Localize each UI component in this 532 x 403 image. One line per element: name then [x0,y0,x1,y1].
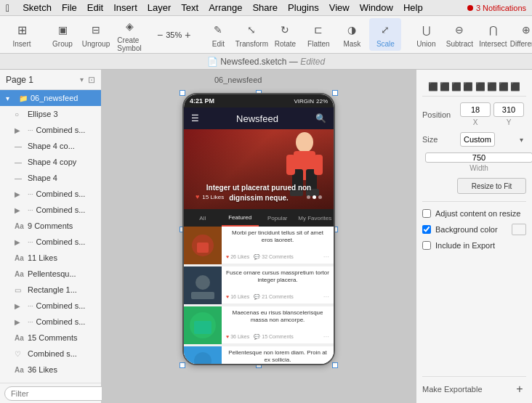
distribute-h-icon[interactable]: ⬛ [499,80,509,93]
page-dropdown-icon[interactable]: ▾ [80,76,84,84]
add-exportable-button[interactable]: + [513,383,526,396]
create-symbol-label: Create Symbol [117,36,141,52]
ungroup-button[interactable]: Ungroup [80,18,112,51]
layer-item[interactable]: — Shape 4 copy [0,154,101,170]
layer-item[interactable]: ▶ ··· Combined s... [0,122,101,138]
subtract-button[interactable]: Subtract [443,18,475,51]
phone-tab-popular[interactable]: Popular [259,209,297,227]
layer-item[interactable]: ▾ 📁 06_newsfeed [0,90,101,106]
notifications-area[interactable]: 3 Notifications [467,4,526,12]
rect-icon: ▭ [15,286,25,294]
layer-item[interactable]: Aa 11 Likes [0,250,101,266]
feed-more-icon[interactable]: ··· [323,253,329,261]
bg-color-checkbox[interactable] [422,225,431,234]
resize-to-fit-button[interactable]: Resize to Fit [457,178,526,194]
feed-likes: ♥ 26 Likes [226,254,249,259]
menu-view[interactable]: View [329,2,350,13]
include-export-label: Include in Export [435,241,495,250]
layer-item[interactable]: Aa 36 Likes [0,362,101,378]
menu-arrange[interactable]: Arrange [209,2,242,13]
edit-button[interactable]: Edit [202,18,234,51]
apple-menu-icon[interactable]:  [6,2,9,14]
combined-dots: ··· [28,318,33,325]
phone-tab-all[interactable]: All [184,209,222,227]
layer-item[interactable]: Aa 15 Comments [0,330,101,346]
phone-tab-favorites[interactable]: My Favorites [297,209,334,227]
menu-insert[interactable]: Insert [113,2,137,13]
canvas-area[interactable]: 06_newsfeed 4:21 PM VIRGIN 22% [102,70,416,403]
page-selector[interactable]: Page 1 [6,75,80,85]
layer-item[interactable]: Aa Maecenas e... [0,378,101,383]
layer-item[interactable]: — Shape 4 co... [0,138,101,154]
insert-button[interactable]: Insert [6,18,38,51]
layer-item[interactable]: ▶ ··· Combined s... [0,234,101,250]
position-label: Position [422,110,457,119]
distribute-v-icon[interactable]: ⬛ [510,80,520,93]
layer-item[interactable]: ○ Ellipse 3 [0,106,101,122]
layer-item[interactable]: ▶ ··· Combined s... [0,298,101,314]
scale-label: Scale [376,40,395,48]
menu-help[interactable]: Help [403,2,423,13]
align-left-icon[interactable]: ⬛ [428,80,438,93]
search-input[interactable] [4,386,118,401]
size-preset-wrapper[interactable]: Custom [460,132,526,147]
layer-item[interactable]: ▶ ··· Combined s... [0,186,101,202]
selection-handle-br[interactable] [332,362,338,368]
difference-button[interactable]: Difference [510,18,532,51]
menu-plugins[interactable]: Plugins [288,2,319,13]
color-swatch[interactable] [512,224,526,235]
flatten-button[interactable]: Flatten [302,18,334,51]
align-center-v-icon[interactable]: ⬛ [475,80,485,93]
selection-handle-tr[interactable] [332,90,338,96]
menu-window[interactable]: Window [360,2,393,13]
layer-item[interactable]: ▭ Rectangle 1... [0,282,101,298]
layer-item[interactable]: Aa Pellentesqu... [0,266,101,282]
align-bottom-icon[interactable]: ⬛ [487,80,497,93]
feed-more-icon[interactable]: ··· [323,333,329,341]
align-center-h-icon[interactable]: ⬛ [440,80,450,93]
intersect-button[interactable]: Intersect [477,18,509,51]
menu-share[interactable]: Share [252,2,278,13]
position-y-input[interactable] [493,102,524,117]
svg-rect-7 [314,155,323,175]
combined-dots: ··· [28,190,33,198]
position-x-input[interactable] [460,102,491,117]
feed-item: Maecenas eu risus blanscelerisque massa … [184,306,334,344]
combined-icon: ▶ [15,238,25,246]
menu-text[interactable]: Text [181,2,198,13]
layer-item[interactable]: ▶ ··· Combined s... [0,314,101,330]
layer-item[interactable]: ♡ Combined s... [0,346,101,362]
layer-item[interactable]: ▶ ··· Combined s... [0,202,101,218]
phone-tab-featured[interactable]: Featured [222,209,259,227]
zoom-control[interactable]: − 35% + [154,28,193,42]
zoom-in-icon[interactable]: + [185,29,190,41]
include-export-checkbox[interactable] [422,241,431,250]
combined-icon: ▶ [15,318,25,326]
feed-more-icon[interactable]: ··· [323,293,329,301]
layer-list: ▾ 📁 06_newsfeed ○ Ellipse 3 ▶ ··· Combin… [0,90,101,383]
menu-layer[interactable]: Layer [148,2,172,13]
create-symbol-button[interactable]: Create Symbol [113,15,145,55]
size-preset-select[interactable]: Custom [460,132,495,147]
align-top-icon[interactable]: ⬛ [463,80,473,93]
feed-comments: 💬 21 Comments [254,294,294,300]
selection-handle-tl[interactable] [180,90,185,96]
xy-labels: X Y [460,118,526,126]
rotate-button[interactable]: Rotate [269,18,301,51]
menu-edit[interactable]: Edit [87,2,103,13]
width-input[interactable] [425,152,532,163]
union-button[interactable]: Union [410,18,442,51]
menu-file[interactable]: File [62,2,77,13]
selection-handle-bl[interactable] [180,362,185,368]
mask-button[interactable]: Mask [336,18,368,51]
panel-toggle-icon[interactable]: ⊡ [88,75,95,85]
group-button[interactable]: Group [47,18,78,51]
align-right-icon[interactable]: ⬛ [451,80,462,93]
transform-button[interactable]: Transform [235,18,267,51]
menu-sketch[interactable]: Sketch [23,2,52,13]
layer-item[interactable]: — Shape 4 [0,170,101,186]
adjust-content-checkbox[interactable] [422,209,431,218]
layer-item[interactable]: Aa 9 Comments [0,218,101,234]
scale-button[interactable]: Scale [369,18,401,51]
zoom-out-icon[interactable]: − [157,29,163,41]
